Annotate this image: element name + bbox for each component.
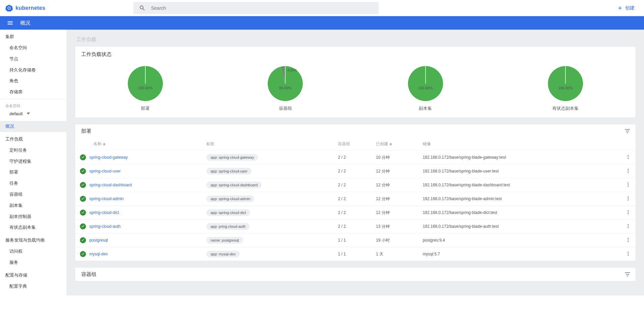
deployment-link[interactable]: spring-cloud-dict [89,210,119,215]
sidebar-workloads-item-6[interactable]: 副本控制器 [0,211,66,222]
deployment-link[interactable]: postgresql [89,238,108,243]
sidebar-workloads-item-7[interactable]: 有状态副本集 [0,222,66,233]
cell-created: 1 天 [373,247,420,261]
sidebar-cluster-item-0[interactable]: 命名空间 [0,42,66,54]
chart-main-label: 96.00% [267,86,304,90]
kebab-menu-icon[interactable] [625,251,631,256]
chart-0: 100.00%部署 [75,65,215,112]
status-ok-icon [80,168,86,174]
kebab-menu-icon[interactable] [625,196,631,201]
svg-point-14 [628,170,629,171]
deployment-link[interactable]: mysql-dev [89,252,108,256]
sidebar-item-overview[interactable]: 概况 [0,121,66,132]
namespace-select[interactable]: default [0,109,66,121]
sidebar-section-config[interactable]: 配置与存储 [0,268,66,281]
sidebar-workloads-item-1[interactable]: 守护进程集 [0,156,66,167]
chart-name: 有状态副本集 [552,105,579,112]
col-created[interactable]: 已创建 [373,138,420,151]
kebab-menu-icon[interactable] [625,223,631,229]
card-workload-status: 工作负载状态 100.00%部署96.00%4.00%容器组100.00%副本集… [75,46,636,118]
filter-icon[interactable] [624,271,631,278]
logo[interactable]: kubernetes [5,4,134,12]
sidebar-cluster-item-1[interactable]: 节点 [0,54,66,65]
label-chip: app: mysql-dev [206,251,240,257]
label-chip: app: spring-cloud-dict [206,209,250,216]
kebab-menu-icon[interactable] [625,237,631,243]
cell-created: 12 分钟 [373,178,420,192]
kebab-menu-icon[interactable] [625,154,631,160]
search-input[interactable] [151,5,373,11]
col-labels[interactable]: 标签 [204,138,335,151]
deployment-link[interactable]: spring-cloud-dashboard [89,183,132,187]
table-row: spring-cloud-authapp: pring-cloud-auth2 … [75,220,636,233]
cell-image: mysql:5.7 [420,247,621,261]
sidebar-cluster-item-3[interactable]: 角色 [0,75,66,87]
table-row: postgresqlname: postgresql1 / 119 小时post… [75,233,636,247]
kebab-menu-icon[interactable] [625,182,631,187]
deployment-link[interactable]: spring-cloud-admin [89,196,124,201]
sidebar-workloads-item-5[interactable]: 副本集 [0,200,66,211]
deployment-link[interactable]: spring-cloud-user [89,169,121,174]
section-label-workloads: 工作负载 [75,35,636,46]
search-box[interactable] [134,2,379,14]
cell-image: 192.168.0.172/base/spring-blade-dict:tes… [420,206,621,220]
cell-created: 10 分钟 [373,151,420,164]
chart-1: 96.00%4.00%容器组 [215,65,356,112]
svg-point-28 [628,238,629,239]
sidebar-cluster-item-2[interactable]: 持久化存储卷 [0,65,66,76]
sidebar-services-item-1[interactable]: 服务 [0,257,66,268]
chart-extra-label: 4.00% [287,68,297,72]
svg-point-20 [628,198,629,199]
chart-main-label: 100.00% [547,86,584,90]
cell-pods: 2 / 2 [335,220,373,233]
sidebar-workloads-item-2[interactable]: 部署 [0,167,66,178]
status-ok-icon [80,210,86,216]
sidebar-workloads-item-3[interactable]: 任务 [0,178,66,189]
cell-created: 13 分钟 [373,220,420,233]
create-button[interactable]: 创建 [613,5,639,11]
svg-point-29 [628,239,629,240]
sidebar-section-cluster[interactable]: 集群 [0,30,66,42]
filter-icon[interactable] [624,128,631,134]
kebab-menu-icon[interactable] [625,168,631,174]
chart-2: 100.00%副本集 [355,65,496,112]
chevron-down-icon [27,112,30,115]
sidebar-cluster-item-4[interactable]: 存储类 [0,87,66,98]
table-row: mysql-devapp: mysql-dev1 / 11 天mysql:5.7 [75,247,636,261]
kebab-menu-icon[interactable] [625,210,631,215]
svg-point-16 [628,183,629,184]
label-chip: app: spring-cloud-dashboard [206,182,262,188]
svg-point-13 [628,169,629,170]
cell-created: 19 小时 [373,233,420,247]
status-ok-icon [80,251,86,257]
svg-point-31 [628,252,629,253]
sidebar-section-services[interactable]: 服务发现与负载均衡 [0,233,66,246]
cell-created: 12 分钟 [373,192,420,206]
sidebar-section-workloads[interactable]: 工作负载 [0,132,66,145]
deployment-link[interactable]: spring-cloud-auth [89,224,121,229]
svg-point-24 [628,213,629,214]
hamburger-menu-icon[interactable] [7,20,13,26]
cell-image: 192.168.0.172/base/spring-blade-dashboar… [420,178,621,192]
sidebar-services-item-0[interactable]: 访问权 [0,246,66,257]
cell-pods: 2 / 2 [335,206,373,220]
col-pods[interactable]: 容器组 [335,138,373,151]
deployment-link[interactable]: spring-cloud-gateway [89,155,128,160]
status-ok-icon [80,154,86,160]
cell-created: 12 分钟 [373,206,420,220]
sidebar-workloads-item-4[interactable]: 容器组 [0,189,66,200]
svg-point-2 [8,7,10,9]
col-name[interactable]: 名称 [75,138,204,151]
col-image[interactable]: 镜像 [420,138,621,151]
svg-point-11 [628,156,629,157]
svg-point-12 [628,158,629,159]
label-chip: app: spring-cloud-user [206,168,251,175]
sidebar-config-item-0[interactable]: 配置字典 [0,281,66,292]
deployments-table: 名称 标签 容器组 已创建 镜像 spring-cloud-gatewayapp… [75,138,636,261]
label-chip: app: spring-cloud-gateway [206,154,258,161]
main-content: 工作负载 工作负载状态 100.00%部署96.00%4.00%容器组100.0… [67,30,644,295]
svg-point-22 [628,210,629,211]
sidebar-workloads-item-0[interactable]: 定时任务 [0,145,66,156]
cell-pods: 1 / 1 [335,233,373,247]
cell-pods: 2 / 2 [335,164,373,178]
